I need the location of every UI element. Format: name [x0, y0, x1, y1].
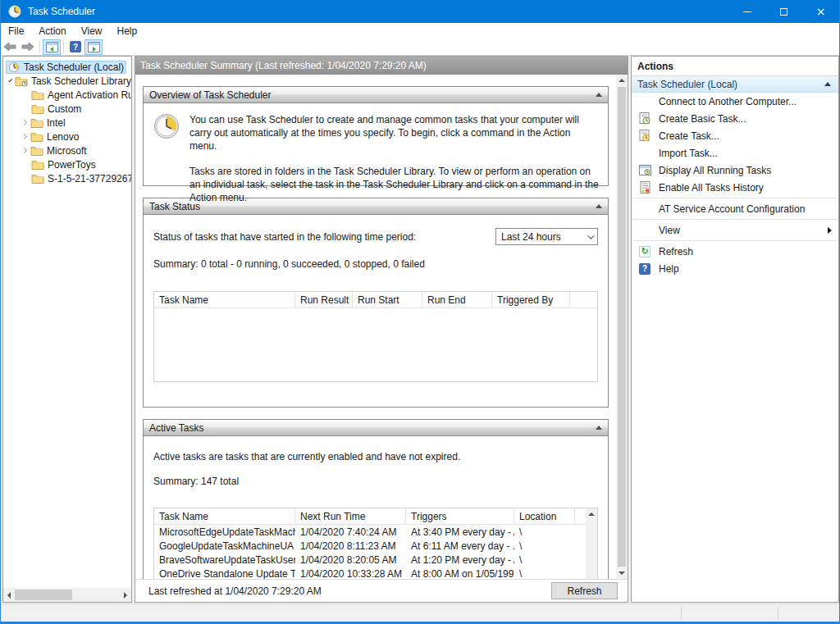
collapse-arrow-icon[interactable] [596, 426, 602, 430]
folder-icon [31, 159, 44, 171]
toolbar: ? [1, 39, 839, 56]
submenu-arrow-icon [828, 227, 832, 234]
tree-item-folder[interactable]: Intel [3, 116, 131, 130]
action-label: Create Task... [659, 130, 719, 142]
active-tasks-vertical-scrollbar[interactable] [586, 508, 597, 579]
table-row[interactable]: MicrosoftEdgeUpdateTaskMachine... 1/04/2… [154, 525, 597, 539]
chevron-collapsed-icon[interactable] [21, 120, 27, 125]
column-header[interactable]: Run Start [353, 292, 422, 307]
chevron-collapsed-icon[interactable] [21, 148, 27, 153]
menu-help[interactable]: Help [110, 23, 145, 39]
maximize-button[interactable] [765, 0, 802, 23]
tree-horizontal-scrollbar[interactable] [3, 588, 131, 602]
column-header[interactable]: Run Result [295, 292, 353, 307]
summary-header-text: Task Scheduler Summary (Last refreshed: … [140, 60, 427, 71]
help-toolbar-button[interactable]: ? [66, 39, 84, 55]
task-status-summary: Summary: 0 total - 0 running, 0 succeede… [153, 258, 598, 270]
scrollbar-thumb[interactable] [618, 87, 626, 567]
action-create-basic-task[interactable]: Create Basic Task... [632, 110, 838, 127]
action-connect-to-another-computer[interactable]: Connect to Another Computer... [632, 93, 838, 110]
overview-title: Overview of Task Scheduler [149, 89, 272, 101]
actions-separator [632, 240, 838, 241]
table-row[interactable]: BraveSoftwareUpdateTaskUserS-1-... 1/04/… [154, 553, 597, 567]
summary-footer: Last refreshed at 1/04/2020 7:29:20 AM R… [135, 579, 628, 602]
overview-section-header[interactable]: Overview of Task Scheduler [144, 87, 608, 103]
tree-item-folder[interactable]: Agent Activation Runt [3, 88, 131, 102]
back-arrow-icon [3, 42, 16, 52]
active-tasks-section: Active Tasks Active tasks are tasks that… [143, 419, 609, 579]
column-header[interactable]: Next Run Time [295, 508, 406, 524]
cell-task-name: MicrosoftEdgeUpdateTaskMachine... [154, 526, 295, 538]
action-enable-all-tasks-history[interactable]: Enable All Tasks History [632, 179, 838, 196]
tree-item-label: Lenovo [47, 131, 79, 143]
action-label: Create Basic Task... [659, 113, 746, 125]
tree-item-label: Task Scheduler Library [31, 75, 131, 87]
menu-view[interactable]: View [74, 23, 110, 39]
tree-item-task-scheduler-local[interactable]: Task Scheduler (Local) [3, 60, 131, 74]
actions-group-header[interactable]: Task Scheduler (Local) [632, 76, 838, 93]
scroll-up-icon[interactable] [586, 508, 597, 520]
menu-file[interactable]: File [1, 23, 31, 39]
menu-action[interactable]: Action [31, 23, 73, 39]
column-header[interactable]: Triggered By [492, 292, 570, 307]
column-header[interactable]: Location [514, 508, 575, 524]
folder-icon [30, 145, 43, 157]
maximize-icon [780, 8, 788, 16]
tree-item-folder[interactable]: PowerToys [3, 157, 131, 171]
console-tree-pane: Task Scheduler (Local) Task Scheduler Li… [2, 56, 132, 603]
summary-content: Overview of Task Scheduler You can use T… [135, 75, 628, 579]
scroll-right-icon[interactable] [120, 590, 131, 601]
back-button[interactable] [1, 39, 19, 55]
action-refresh[interactable]: ↻ Refresh [632, 243, 838, 260]
tree-item-folder[interactable]: Microsoft [3, 143, 131, 157]
action-label: Refresh [659, 246, 693, 257]
scrollbar-thumb[interactable] [15, 590, 72, 600]
scope-tree: Task Scheduler (Local) Task Scheduler Li… [3, 57, 131, 587]
collapse-arrow-icon[interactable] [596, 204, 602, 208]
status-bar [1, 604, 839, 622]
last-refreshed-text: Last refreshed at 1/04/2020 7:29:20 AM [148, 585, 322, 597]
collapse-arrow-icon[interactable] [824, 82, 831, 86]
scroll-up-icon[interactable] [616, 75, 628, 86]
action-import-task[interactable]: Import Task... [632, 144, 838, 162]
tree-item-folder[interactable]: Lenovo [3, 130, 131, 143]
tree-item-label: Microsoft [47, 145, 87, 157]
column-header[interactable]: Task Name [154, 508, 295, 524]
column-header[interactable]: Triggers [406, 508, 514, 524]
show-hide-action-pane-button[interactable] [84, 39, 103, 55]
tree-item-task-scheduler-library[interactable]: Task Scheduler Library [3, 74, 131, 88]
actions-group-label: Task Scheduler (Local) [637, 79, 737, 90]
action-create-task[interactable]: Create Task... [632, 127, 838, 144]
cell-next-run-time: 1/04/2020 8:11:23 AM [295, 540, 406, 552]
chevron-collapsed-icon[interactable] [21, 134, 27, 139]
table-row[interactable]: OneDrive Standalone Update Task-... 1/04… [154, 567, 597, 579]
tree-item-folder[interactable]: S-1-5-21-3772926790- [3, 171, 131, 185]
summary-vertical-scrollbar[interactable] [616, 75, 628, 579]
column-header[interactable]: Task Name [154, 292, 295, 307]
active-tasks-section-header[interactable]: Active Tasks [144, 420, 608, 436]
actions-pane: Actions Task Scheduler (Local) Connect t… [631, 56, 839, 603]
action-view[interactable]: View [632, 221, 838, 239]
action-display-all-running-tasks[interactable]: Display All Running Tasks [632, 162, 838, 179]
active-tasks-table: Task Name Next Run Time Triggers Locatio… [153, 508, 598, 579]
table-row[interactable]: GoogleUpdateTaskMachineUA 1/04/2020 8:11… [154, 539, 597, 553]
time-period-dropdown[interactable]: Last 24 hours [495, 228, 598, 245]
folder-icon [31, 89, 44, 101]
action-help[interactable]: ? Help [632, 260, 838, 277]
collapse-arrow-icon[interactable] [596, 93, 602, 97]
scroll-left-icon[interactable] [3, 590, 15, 601]
tree-item-folder[interactable]: Custom [3, 102, 131, 116]
chevron-expanded-icon[interactable] [8, 78, 12, 82]
action-at-service-account-configuration[interactable]: AT Service Account Configuration [632, 200, 838, 217]
tree-item-label: Task Scheduler (Local) [24, 61, 124, 73]
minimize-button[interactable] [728, 0, 765, 23]
refresh-button[interactable]: Refresh [551, 582, 618, 599]
tree-item-label: Agent Activation Runt [48, 89, 131, 101]
cell-task-name: OneDrive Standalone Update Task-... [154, 568, 295, 580]
scroll-down-icon[interactable] [616, 567, 628, 579]
close-button[interactable]: × [802, 0, 839, 23]
tasks-history-icon [638, 181, 651, 194]
forward-button[interactable] [19, 39, 37, 55]
show-hide-console-tree-button[interactable] [43, 39, 61, 55]
column-header[interactable]: Run End [422, 292, 492, 307]
